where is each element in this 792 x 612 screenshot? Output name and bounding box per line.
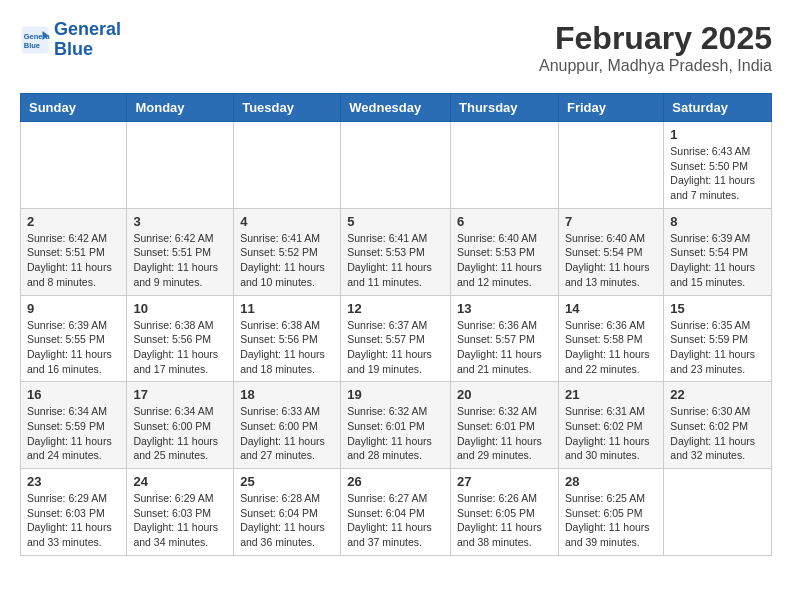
- day-number: 23: [27, 474, 120, 489]
- day-number: 1: [670, 127, 765, 142]
- calendar-cell: 18Sunrise: 6:33 AM Sunset: 6:00 PM Dayli…: [234, 382, 341, 469]
- day-info: Sunrise: 6:38 AM Sunset: 5:56 PM Dayligh…: [240, 318, 334, 377]
- calendar-week-row: 1Sunrise: 6:43 AM Sunset: 5:50 PM Daylig…: [21, 122, 772, 209]
- day-info: Sunrise: 6:42 AM Sunset: 5:51 PM Dayligh…: [133, 231, 227, 290]
- calendar-table: SundayMondayTuesdayWednesdayThursdayFrid…: [20, 93, 772, 556]
- calendar-cell: 8Sunrise: 6:39 AM Sunset: 5:54 PM Daylig…: [664, 208, 772, 295]
- day-info: Sunrise: 6:34 AM Sunset: 5:59 PM Dayligh…: [27, 404, 120, 463]
- day-of-week-header: Monday: [127, 94, 234, 122]
- calendar-week-row: 9Sunrise: 6:39 AM Sunset: 5:55 PM Daylig…: [21, 295, 772, 382]
- calendar-cell: [234, 122, 341, 209]
- calendar-cell: [341, 122, 451, 209]
- calendar-cell: 5Sunrise: 6:41 AM Sunset: 5:53 PM Daylig…: [341, 208, 451, 295]
- day-number: 19: [347, 387, 444, 402]
- day-number: 17: [133, 387, 227, 402]
- svg-text:Blue: Blue: [24, 40, 40, 49]
- calendar-week-row: 16Sunrise: 6:34 AM Sunset: 5:59 PM Dayli…: [21, 382, 772, 469]
- logo-line2: Blue: [54, 40, 121, 60]
- day-number: 7: [565, 214, 657, 229]
- day-info: Sunrise: 6:27 AM Sunset: 6:04 PM Dayligh…: [347, 491, 444, 550]
- day-number: 3: [133, 214, 227, 229]
- day-info: Sunrise: 6:32 AM Sunset: 6:01 PM Dayligh…: [457, 404, 552, 463]
- day-number: 22: [670, 387, 765, 402]
- calendar-cell: 3Sunrise: 6:42 AM Sunset: 5:51 PM Daylig…: [127, 208, 234, 295]
- day-info: Sunrise: 6:31 AM Sunset: 6:02 PM Dayligh…: [565, 404, 657, 463]
- day-number: 14: [565, 301, 657, 316]
- calendar-cell: 1Sunrise: 6:43 AM Sunset: 5:50 PM Daylig…: [664, 122, 772, 209]
- calendar-cell: [664, 469, 772, 556]
- day-number: 18: [240, 387, 334, 402]
- day-info: Sunrise: 6:36 AM Sunset: 5:58 PM Dayligh…: [565, 318, 657, 377]
- calendar-cell: 2Sunrise: 6:42 AM Sunset: 5:51 PM Daylig…: [21, 208, 127, 295]
- calendar-week-row: 23Sunrise: 6:29 AM Sunset: 6:03 PM Dayli…: [21, 469, 772, 556]
- calendar-cell: 13Sunrise: 6:36 AM Sunset: 5:57 PM Dayli…: [451, 295, 559, 382]
- calendar-cell: 7Sunrise: 6:40 AM Sunset: 5:54 PM Daylig…: [558, 208, 663, 295]
- day-of-week-header: Wednesday: [341, 94, 451, 122]
- calendar-header-row: SundayMondayTuesdayWednesdayThursdayFrid…: [21, 94, 772, 122]
- day-info: Sunrise: 6:32 AM Sunset: 6:01 PM Dayligh…: [347, 404, 444, 463]
- day-of-week-header: Saturday: [664, 94, 772, 122]
- calendar-cell: 10Sunrise: 6:38 AM Sunset: 5:56 PM Dayli…: [127, 295, 234, 382]
- calendar-cell: 25Sunrise: 6:28 AM Sunset: 6:04 PM Dayli…: [234, 469, 341, 556]
- day-info: Sunrise: 6:43 AM Sunset: 5:50 PM Dayligh…: [670, 144, 765, 203]
- day-number: 28: [565, 474, 657, 489]
- day-info: Sunrise: 6:40 AM Sunset: 5:54 PM Dayligh…: [565, 231, 657, 290]
- day-info: Sunrise: 6:34 AM Sunset: 6:00 PM Dayligh…: [133, 404, 227, 463]
- calendar-cell: 6Sunrise: 6:40 AM Sunset: 5:53 PM Daylig…: [451, 208, 559, 295]
- day-number: 20: [457, 387, 552, 402]
- day-info: Sunrise: 6:36 AM Sunset: 5:57 PM Dayligh…: [457, 318, 552, 377]
- day-info: Sunrise: 6:41 AM Sunset: 5:52 PM Dayligh…: [240, 231, 334, 290]
- calendar-cell: 19Sunrise: 6:32 AM Sunset: 6:01 PM Dayli…: [341, 382, 451, 469]
- day-number: 26: [347, 474, 444, 489]
- calendar-cell: 22Sunrise: 6:30 AM Sunset: 6:02 PM Dayli…: [664, 382, 772, 469]
- day-number: 10: [133, 301, 227, 316]
- day-of-week-header: Thursday: [451, 94, 559, 122]
- day-info: Sunrise: 6:30 AM Sunset: 6:02 PM Dayligh…: [670, 404, 765, 463]
- calendar-cell: 15Sunrise: 6:35 AM Sunset: 5:59 PM Dayli…: [664, 295, 772, 382]
- day-info: Sunrise: 6:41 AM Sunset: 5:53 PM Dayligh…: [347, 231, 444, 290]
- day-number: 25: [240, 474, 334, 489]
- day-info: Sunrise: 6:29 AM Sunset: 6:03 PM Dayligh…: [133, 491, 227, 550]
- calendar-cell: 26Sunrise: 6:27 AM Sunset: 6:04 PM Dayli…: [341, 469, 451, 556]
- calendar-cell: 11Sunrise: 6:38 AM Sunset: 5:56 PM Dayli…: [234, 295, 341, 382]
- day-info: Sunrise: 6:33 AM Sunset: 6:00 PM Dayligh…: [240, 404, 334, 463]
- day-number: 13: [457, 301, 552, 316]
- title-section: February 2025 Anuppur, Madhya Pradesh, I…: [539, 20, 772, 75]
- calendar-cell: 28Sunrise: 6:25 AM Sunset: 6:05 PM Dayli…: [558, 469, 663, 556]
- logo: General Blue General Blue: [20, 20, 121, 60]
- day-info: Sunrise: 6:28 AM Sunset: 6:04 PM Dayligh…: [240, 491, 334, 550]
- day-number: 24: [133, 474, 227, 489]
- calendar-cell: [127, 122, 234, 209]
- day-info: Sunrise: 6:40 AM Sunset: 5:53 PM Dayligh…: [457, 231, 552, 290]
- calendar-cell: 16Sunrise: 6:34 AM Sunset: 5:59 PM Dayli…: [21, 382, 127, 469]
- logo-line1: General: [54, 20, 121, 40]
- day-number: 27: [457, 474, 552, 489]
- day-info: Sunrise: 6:39 AM Sunset: 5:55 PM Dayligh…: [27, 318, 120, 377]
- calendar-cell: [558, 122, 663, 209]
- day-number: 12: [347, 301, 444, 316]
- calendar-week-row: 2Sunrise: 6:42 AM Sunset: 5:51 PM Daylig…: [21, 208, 772, 295]
- calendar-cell: [451, 122, 559, 209]
- day-info: Sunrise: 6:26 AM Sunset: 6:05 PM Dayligh…: [457, 491, 552, 550]
- calendar-cell: 27Sunrise: 6:26 AM Sunset: 6:05 PM Dayli…: [451, 469, 559, 556]
- day-of-week-header: Tuesday: [234, 94, 341, 122]
- calendar-cell: 14Sunrise: 6:36 AM Sunset: 5:58 PM Dayli…: [558, 295, 663, 382]
- day-number: 9: [27, 301, 120, 316]
- month-year-title: February 2025: [539, 20, 772, 57]
- day-info: Sunrise: 6:38 AM Sunset: 5:56 PM Dayligh…: [133, 318, 227, 377]
- day-number: 16: [27, 387, 120, 402]
- day-info: Sunrise: 6:37 AM Sunset: 5:57 PM Dayligh…: [347, 318, 444, 377]
- day-number: 8: [670, 214, 765, 229]
- calendar-cell: 4Sunrise: 6:41 AM Sunset: 5:52 PM Daylig…: [234, 208, 341, 295]
- day-number: 2: [27, 214, 120, 229]
- calendar-cell: 24Sunrise: 6:29 AM Sunset: 6:03 PM Dayli…: [127, 469, 234, 556]
- calendar-cell: 23Sunrise: 6:29 AM Sunset: 6:03 PM Dayli…: [21, 469, 127, 556]
- day-number: 11: [240, 301, 334, 316]
- day-info: Sunrise: 6:25 AM Sunset: 6:05 PM Dayligh…: [565, 491, 657, 550]
- day-info: Sunrise: 6:39 AM Sunset: 5:54 PM Dayligh…: [670, 231, 765, 290]
- day-number: 21: [565, 387, 657, 402]
- day-info: Sunrise: 6:42 AM Sunset: 5:51 PM Dayligh…: [27, 231, 120, 290]
- calendar-cell: [21, 122, 127, 209]
- calendar-cell: 20Sunrise: 6:32 AM Sunset: 6:01 PM Dayli…: [451, 382, 559, 469]
- calendar-cell: 12Sunrise: 6:37 AM Sunset: 5:57 PM Dayli…: [341, 295, 451, 382]
